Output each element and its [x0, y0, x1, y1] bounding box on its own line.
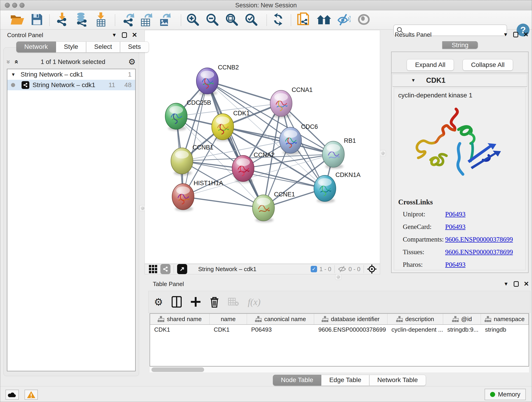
crosslink-link[interactable]: 9606.ENSP00000378699: [445, 248, 513, 256]
table-horizontal-scrollbar[interactable]: [150, 366, 529, 372]
delete-table-icon[interactable]: [228, 297, 239, 306]
node-CDKN1A[interactable]: CDKN1A: [314, 172, 361, 203]
import-table-icon[interactable]: [96, 12, 106, 27]
grid-view-icon[interactable]: [149, 265, 157, 273]
panel-float-icon[interactable]: [514, 281, 519, 287]
protein-structure-image: [405, 105, 515, 190]
edge-CCNB2-CCNE1[interactable]: [207, 81, 264, 208]
tab-node-table[interactable]: Node Table: [273, 375, 321, 386]
eye-icon[interactable]: [357, 14, 370, 26]
home-icon[interactable]: [317, 14, 331, 26]
network-options-gear-icon[interactable]: ⚙: [128, 57, 136, 67]
zoom-fit-icon[interactable]: [225, 13, 238, 27]
panel-float-icon[interactable]: [513, 32, 518, 37]
delete-column-icon[interactable]: [210, 296, 219, 307]
network-row[interactable]: String Network – cdk1 11 48: [7, 80, 135, 90]
node-CCNB2[interactable]: CCNB2: [196, 64, 239, 95]
network-share-icon[interactable]: [160, 264, 171, 274]
node-table[interactable]: shared namenamecanonical namedatabase id…: [150, 313, 529, 366]
node-HIST1H1A[interactable]: HIST1H1A: [172, 180, 223, 211]
panel-float-icon[interactable]: [122, 32, 127, 38]
edge-CCNB2-HIST1H1A[interactable]: [183, 81, 207, 197]
right-splitter[interactable]: [380, 31, 385, 275]
table-cell[interactable]: cyclin-dependent ...: [387, 325, 443, 335]
show-columns-icon[interactable]: [172, 296, 182, 307]
table-cell[interactable]: stringdb:9...: [443, 325, 481, 335]
node-CCNE1[interactable]: CCNE1: [253, 191, 295, 222]
crosslink-link[interactable]: 9606.ENSP00000378699: [445, 236, 513, 243]
export-network-icon[interactable]: [122, 13, 135, 27]
cloud-status-button[interactable]: [6, 390, 19, 400]
column-header-name[interactable]: name: [210, 314, 247, 324]
hidden-eye-slash-icon[interactable]: [338, 266, 346, 273]
edge-CCNB2-CCNA1[interactable]: [207, 81, 281, 103]
expand-all-button[interactable]: Expand All: [407, 59, 454, 70]
table-cell[interactable]: CDK1: [150, 325, 210, 335]
edge-HIST1H1A-CCNE1[interactable]: [183, 197, 264, 208]
column-header-shared-name[interactable]: shared name: [150, 314, 210, 324]
network-collection-row[interactable]: ▼ String Network – cdk1 1: [7, 69, 135, 80]
panel-close-icon[interactable]: ✕: [524, 281, 529, 287]
crosslink-link[interactable]: P06493: [445, 261, 466, 268]
copy-network-icon[interactable]: [297, 12, 309, 28]
warnings-button[interactable]: [25, 390, 38, 400]
table-cell[interactable]: CDK1: [210, 325, 247, 335]
hide-eye-icon[interactable]: [337, 13, 351, 27]
tab-network[interactable]: Network: [16, 41, 56, 52]
function-builder-icon[interactable]: f(x): [248, 297, 260, 307]
export-table-icon[interactable]: [140, 13, 153, 27]
column-header-namespace[interactable]: namespace: [481, 314, 529, 324]
open-in-window-icon[interactable]: [177, 264, 187, 274]
collapse-all-networks-icon[interactable]: »: [5, 60, 12, 64]
selected-checkbox-icon[interactable]: ✓: [311, 266, 317, 272]
collection-expander-icon[interactable]: ▼: [11, 72, 16, 77]
crosslink-link[interactable]: P06493: [445, 223, 466, 230]
open-session-icon[interactable]: [10, 13, 25, 26]
node-CDK1[interactable]: CDK1: [212, 110, 250, 141]
zoom-selected-icon[interactable]: [244, 13, 258, 27]
column-header-@id[interactable]: @id: [443, 314, 481, 324]
table-settings-gear-icon[interactable]: ⚙: [154, 296, 163, 308]
crosslink-link[interactable]: P06493: [445, 211, 466, 218]
section-expander-icon[interactable]: ▼: [411, 78, 416, 83]
column-header-database-identifier[interactable]: database identifier: [314, 314, 387, 324]
save-session-icon[interactable]: [31, 13, 43, 26]
birdseye-view-icon[interactable]: [367, 264, 377, 274]
tab-style[interactable]: Style: [56, 41, 86, 52]
table-row[interactable]: CDK1CDK1P064939606.ENSP00000378699cyclin…: [150, 325, 529, 335]
column-header-description[interactable]: description: [387, 314, 443, 324]
tab-edge-table[interactable]: Edge Table: [321, 375, 369, 386]
zoom-in-icon[interactable]: [186, 13, 199, 27]
panel-close-icon[interactable]: ✕: [523, 32, 529, 38]
gene-section-header[interactable]: ▼ CDK1: [393, 74, 527, 87]
export-image-icon[interactable]: [159, 13, 172, 27]
expand-all-networks-icon[interactable]: »: [12, 60, 19, 64]
panel-menu-icon[interactable]: ▼: [503, 32, 508, 38]
network-graph[interactable]: CCNB2CCNA1CDC25BCDK1CDC6RB1CCNB1CCNA2CDK…: [145, 30, 380, 264]
results-tab-string[interactable]: String: [442, 40, 478, 50]
table-cell[interactable]: stringdb: [481, 325, 529, 335]
panel-menu-icon[interactable]: ▼: [112, 32, 117, 38]
refresh-view-icon[interactable]: [272, 13, 285, 27]
right-splitter-grip[interactable]: [380, 150, 386, 156]
table-cell[interactable]: 9606.ENSP00000378699: [314, 325, 387, 335]
network-view-canvas[interactable]: CCNB2CCNA1CDC25BCDK1CDC6RB1CCNB1CCNA2CDK…: [145, 30, 380, 264]
panel-menu-icon[interactable]: ▼: [504, 281, 509, 287]
import-network-file-icon[interactable]: [56, 13, 69, 27]
table-cell[interactable]: P06493: [247, 325, 314, 335]
panel-close-icon[interactable]: ✕: [132, 32, 137, 38]
collapse-all-button[interactable]: Collapse All: [462, 59, 513, 70]
create-column-icon[interactable]: [190, 297, 201, 307]
bottom-splitter-grip[interactable]: [335, 274, 341, 280]
import-network-database-icon[interactable]: [75, 12, 88, 27]
scrollbar-thumb[interactable]: [152, 367, 204, 372]
tab-network-table[interactable]: Network Table: [369, 375, 426, 386]
node-RB1[interactable]: RB1: [322, 137, 356, 169]
node-CDC6[interactable]: CDC6: [279, 123, 318, 155]
tab-sets[interactable]: Sets: [120, 41, 149, 52]
memory-button[interactable]: Memory: [485, 389, 526, 400]
tab-select[interactable]: Select: [86, 41, 120, 52]
column-header-canonical-name[interactable]: canonical name: [247, 314, 314, 324]
left-splitter[interactable]: [140, 31, 145, 380]
zoom-out-icon[interactable]: [206, 13, 219, 27]
